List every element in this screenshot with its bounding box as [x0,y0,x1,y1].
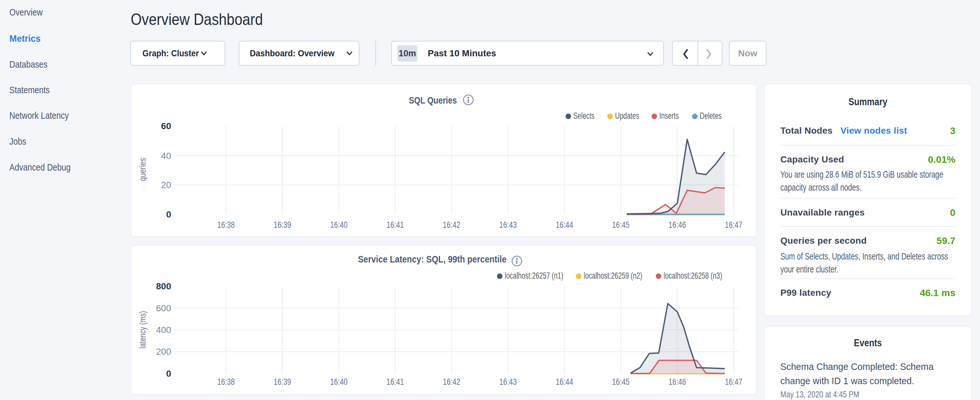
svg-text:16:38: 16:38 [217,220,235,230]
svg-text:60: 60 [161,121,171,131]
svg-text:16:39: 16:39 [274,377,291,387]
svg-text:16:38: 16:38 [217,377,235,387]
svg-text:16:40: 16:40 [330,220,347,230]
svg-text:0: 0 [166,209,171,220]
svg-text:16:45: 16:45 [612,220,630,230]
svg-text:16:44: 16:44 [556,377,573,387]
svg-text:16:39: 16:39 [274,220,291,230]
svg-text:16:47: 16:47 [725,220,743,230]
svg-text:16:43: 16:43 [499,220,517,230]
svg-text:16:42: 16:42 [443,220,460,230]
svg-text:16:43: 16:43 [499,377,517,387]
svg-text:queries: queries [138,158,148,181]
svg-text:800: 800 [156,281,171,291]
svg-text:16:45: 16:45 [612,377,630,387]
svg-text:16:42: 16:42 [443,377,460,387]
svg-text:600: 600 [156,303,171,313]
svg-text:400: 400 [156,325,171,335]
svg-text:16:40: 16:40 [330,377,347,387]
svg-text:0: 0 [166,369,171,379]
svg-text:16:41: 16:41 [387,377,404,387]
svg-text:16:41: 16:41 [387,220,404,230]
svg-text:200: 200 [156,347,171,357]
svg-text:16:47: 16:47 [725,377,743,387]
svg-text:16:46: 16:46 [668,377,686,387]
svg-text:16:44: 16:44 [556,220,573,230]
svg-text:16:46: 16:46 [668,220,686,230]
svg-text:latency (ms): latency (ms) [138,311,148,349]
svg-text:40: 40 [161,151,171,161]
svg-text:20: 20 [161,180,171,190]
